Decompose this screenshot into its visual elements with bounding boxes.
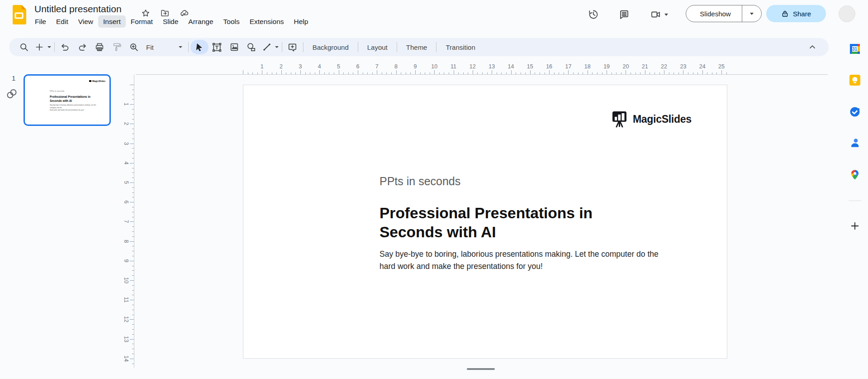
calendar-icon[interactable]: 31	[849, 43, 861, 55]
thumbnail-title: Professional Presentations in Seconds wi…	[50, 95, 90, 103]
transition-indicator-icon[interactable]	[6, 88, 18, 101]
zoom-select-caret[interactable]	[177, 46, 184, 48]
layout-button[interactable]: Layout	[360, 43, 395, 51]
maps-icon[interactable]	[849, 169, 861, 181]
print-icon[interactable]	[91, 40, 108, 54]
ruler-number: 9	[123, 259, 129, 262]
ruler-number: 20	[622, 63, 629, 70]
hide-menus-chevron-icon[interactable]	[803, 40, 821, 54]
ruler-number: 19	[603, 63, 610, 70]
menu-extensions[interactable]: Extensions	[245, 15, 289, 28]
ruler-number: 13	[123, 336, 129, 342]
speaker-notes-resize-handle[interactable]	[467, 368, 495, 370]
ruler-number: 7	[375, 63, 379, 70]
ruler-number: 12	[470, 63, 476, 70]
new-slide-button[interactable]	[33, 40, 46, 54]
menu-slide[interactable]: Slide	[158, 15, 183, 28]
ruler-number: 1	[123, 103, 129, 106]
ruler-number: 3	[299, 63, 302, 70]
menu-view[interactable]: View	[73, 15, 98, 28]
meet-dropdown-caret[interactable]	[664, 14, 668, 16]
ruler-number: 8	[123, 240, 129, 243]
slide-brand-logo[interactable]: MagicSlides	[611, 110, 692, 128]
undo-icon[interactable]	[57, 40, 74, 54]
ruler-number: 8	[394, 63, 398, 70]
ruler-number: 25	[718, 63, 725, 70]
insert-image-icon[interactable]	[226, 40, 243, 54]
slideshow-button[interactable]: Slideshow	[686, 5, 762, 22]
slide-brand-name: MagicSlides	[633, 113, 692, 125]
comments-icon[interactable]	[615, 7, 633, 22]
zoom-icon[interactable]	[125, 40, 142, 54]
select-tool[interactable]	[190, 40, 209, 54]
ruler-number: 13	[489, 63, 495, 70]
contacts-icon[interactable]	[849, 137, 861, 149]
google-slides-logo-icon[interactable]	[11, 4, 27, 26]
ruler-number: 6	[356, 63, 359, 70]
ruler-number: 21	[642, 63, 648, 70]
ruler-number: 9	[413, 63, 417, 70]
ruler-number: 2	[280, 63, 283, 70]
ruler-number: 11	[451, 63, 456, 70]
ruler-number: 24	[699, 63, 706, 70]
slide-body-text[interactable]: Say bye-bye to boring, laborious present…	[379, 248, 659, 273]
ruler-number: 2	[123, 122, 129, 125]
line-dropdown-caret[interactable]	[274, 46, 280, 48]
insert-comment-icon[interactable]	[284, 40, 301, 54]
zoom-select[interactable]: Fit	[142, 43, 161, 51]
slide-canvas[interactable]: MagicSlides PPts in seconds Professional…	[243, 85, 727, 359]
menu-file[interactable]: File	[30, 15, 51, 28]
new-slide-dropdown-caret[interactable]	[46, 46, 52, 48]
thumbnail-brand-icon	[89, 80, 91, 82]
ruler-number: 11	[123, 297, 129, 303]
thumbnail-body: Say bye-bye to boring, laborious present…	[50, 104, 97, 112]
lock-icon	[781, 10, 789, 18]
ruler-number: 5	[123, 181, 129, 184]
ruler-number: 14	[123, 355, 129, 362]
menu-tools[interactable]: Tools	[218, 15, 245, 28]
slideshow-dropdown-button[interactable]	[742, 13, 761, 15]
filmstrip-slide-number: 1	[12, 74, 15, 82]
theme-button[interactable]: Theme	[399, 43, 435, 51]
share-label: Share	[793, 10, 811, 18]
keep-icon[interactable]	[849, 74, 861, 86]
text-box-tool-icon[interactable]	[209, 40, 226, 54]
magicslides-logo-icon	[611, 110, 629, 128]
ruler-number: 4	[318, 63, 321, 70]
ruler-number: 23	[680, 63, 686, 70]
ruler-number: 14	[508, 63, 514, 70]
slide-kicker-text[interactable]: PPts in seconds	[379, 175, 460, 188]
insert-line-icon[interactable]	[260, 40, 274, 54]
menu-insert[interactable]: Insert	[98, 15, 126, 28]
menu-bar: File Edit View Insert Format Slide Arran…	[30, 15, 313, 28]
ruler-number: 16	[546, 63, 552, 70]
menu-arrange[interactable]: Arrange	[183, 15, 218, 28]
document-title-input[interactable]: Untitled presentation	[34, 4, 122, 14]
version-history-icon[interactable]	[584, 7, 602, 22]
menu-help[interactable]: Help	[289, 15, 313, 28]
tasks-icon[interactable]	[849, 106, 861, 118]
background-button[interactable]: Background	[305, 43, 356, 51]
slide-title-text[interactable]: Professional Presentations in Seconds wi…	[379, 204, 593, 242]
get-add-ons-plus-icon[interactable]	[849, 220, 861, 232]
share-button[interactable]: Share	[766, 5, 826, 22]
vertical-ruler	[134, 75, 134, 368]
ruler-number: 5	[337, 63, 340, 70]
transition-button[interactable]: Transition	[438, 43, 482, 51]
slide-thumbnail-1[interactable]: MagicSlides PPts in seconds Professional…	[24, 74, 111, 126]
horizontal-ruler	[136, 74, 828, 75]
ruler-number: 10	[123, 277, 129, 283]
join-meet-icon[interactable]	[646, 7, 672, 22]
account-avatar[interactable]	[839, 5, 855, 22]
search-menus-icon[interactable]	[15, 40, 33, 54]
ruler-number: 6	[123, 201, 129, 204]
ruler-number: 17	[565, 63, 571, 70]
redo-icon[interactable]	[74, 40, 91, 54]
menu-edit[interactable]: Edit	[51, 15, 73, 28]
thumbnail-kicker: PPts in seconds	[50, 90, 64, 92]
paint-format-icon[interactable]	[108, 40, 125, 54]
thumbnail-brand: MagicSlides	[89, 80, 105, 82]
insert-shape-icon[interactable]	[243, 40, 260, 54]
menu-format[interactable]: Format	[126, 15, 158, 28]
ruler-number: 12	[123, 316, 129, 322]
